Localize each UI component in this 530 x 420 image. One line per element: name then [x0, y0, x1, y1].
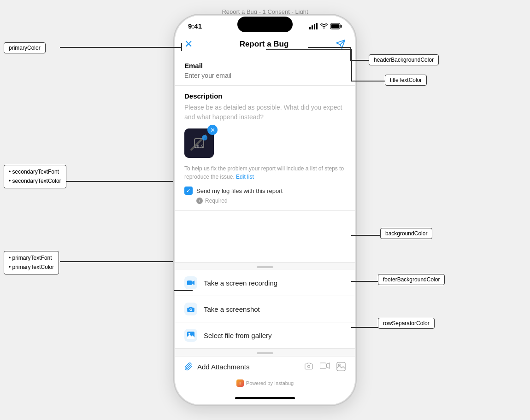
svg-rect-13: [187, 280, 192, 285]
instabug-logo: I: [236, 379, 244, 387]
annotation-headerBgColor: headerBackgroundColor: [369, 54, 439, 65]
toolbar-gallery-icon[interactable]: [336, 362, 346, 371]
svg-marker-22: [326, 363, 330, 368]
email-label: Email: [184, 62, 346, 70]
status-time: 9:41: [188, 22, 202, 30]
home-indicator-bar: [235, 397, 295, 399]
camera-icon: [187, 306, 194, 312]
action-gallery[interactable]: Select file from gallery: [175, 322, 355, 349]
svg-rect-0: [309, 27, 311, 29]
attachments-toolbar: Add Attachments: [175, 356, 355, 377]
phone-shell: 9:41: [175, 16, 355, 404]
screenshot-label: Take a screenshot: [204, 305, 260, 313]
attachments-left: Add Attachments: [184, 362, 249, 371]
svg-point-18: [188, 333, 190, 335]
annotation-footerBgColor: footerBackgroundColor: [378, 274, 445, 285]
annotation-primaryColor: primaryColor: [4, 42, 46, 53]
header-title: Report a Bug: [240, 40, 289, 49]
close-button[interactable]: ✕: [184, 39, 193, 49]
email-section: Email: [175, 55, 355, 86]
thumbnail-wrapper: v0.9 ✕: [184, 128, 214, 158]
video-icon: [187, 280, 194, 286]
svg-point-16: [190, 309, 191, 310]
required-text: Required: [205, 198, 228, 204]
email-input[interactable]: [184, 72, 346, 79]
attachments-right: [304, 362, 346, 371]
steps-info-text: To help us fix the problem,your report w…: [184, 165, 344, 180]
required-row: i Required: [196, 198, 346, 204]
attachment-area: v0.9 ✕: [184, 128, 346, 158]
svg-rect-3: [316, 23, 318, 29]
svg-rect-6: [341, 25, 342, 28]
add-attachments-label: Add Attachments: [197, 363, 249, 371]
scroll-content[interactable]: Email Description Please be as detailed …: [175, 55, 355, 262]
svg-rect-2: [314, 24, 315, 29]
edit-list-link[interactable]: Edit list: [236, 174, 254, 180]
svg-rect-21: [320, 363, 326, 368]
svg-point-20: [308, 365, 310, 368]
remove-attachment-button[interactable]: ✕: [207, 125, 218, 135]
status-bar: 9:41: [175, 16, 355, 34]
description-label: Description: [184, 92, 346, 100]
battery-icon: [330, 23, 342, 29]
annotation-titleTextColor: titleTextColor: [385, 75, 427, 86]
signal-icon: [309, 23, 318, 29]
description-section: Description Please be as detailed as pos…: [175, 86, 355, 211]
svg-text:v0.9: v0.9: [194, 145, 203, 149]
app-header: ✕ Report a Bug: [175, 34, 355, 55]
screen-recording-label: Take a screen recording: [204, 279, 277, 287]
required-icon: i: [196, 198, 203, 204]
annotation-primaryText: • primaryTextFont• primaryTextColor: [4, 251, 59, 274]
annotation-secondaryText: • secondaryTextFont• secondaryTextColor: [4, 165, 66, 188]
content-spacer: [175, 211, 355, 248]
action-screen-recording[interactable]: Take a screen recording: [175, 270, 355, 296]
dynamic-island: [237, 17, 293, 32]
gallery-icon: [184, 329, 197, 342]
toolbar-camera-icon[interactable]: [304, 362, 313, 370]
bottom-handle-2: [257, 352, 273, 354]
powered-by-text: Powered by Instabug: [246, 380, 294, 386]
status-icons: [309, 23, 342, 29]
description-placeholder: Please be as detailed as possible. What …: [184, 103, 346, 122]
svg-point-4: [324, 27, 324, 28]
annotation-rowSepColor: rowSeparatorColor: [378, 318, 435, 329]
svg-point-11: [202, 135, 207, 140]
powered-by: I Powered by Instabug: [175, 377, 355, 391]
home-indicator: [175, 391, 355, 404]
wifi-icon: [320, 23, 328, 29]
gallery-label: Select file from gallery: [204, 332, 272, 339]
footer-area: Take a screen recording Take a screensho…: [175, 262, 355, 391]
steps-info: To help us fix the problem,your report w…: [184, 164, 346, 181]
log-files-checkbox[interactable]: ✓: [184, 187, 193, 195]
action-screenshot[interactable]: Take a screenshot: [175, 296, 355, 322]
toolbar-video-icon[interactable]: [320, 362, 330, 369]
page-title: Report a Bug - 1 Consent - Light: [222, 8, 308, 15]
annotation-bgColor: backgroundColor: [380, 228, 432, 239]
screen-recording-icon: [184, 276, 197, 289]
checkbox-label: Send my log files with this report: [196, 187, 283, 194]
svg-marker-14: [192, 280, 194, 285]
attachment-icon: [184, 362, 193, 371]
svg-rect-7: [331, 24, 340, 28]
checkbox-row[interactable]: ✓ Send my log files with this report: [184, 187, 346, 195]
svg-rect-1: [312, 25, 313, 29]
screenshot-icon: [184, 303, 197, 315]
bottom-handle: [257, 266, 273, 268]
image-icon: [187, 332, 194, 339]
